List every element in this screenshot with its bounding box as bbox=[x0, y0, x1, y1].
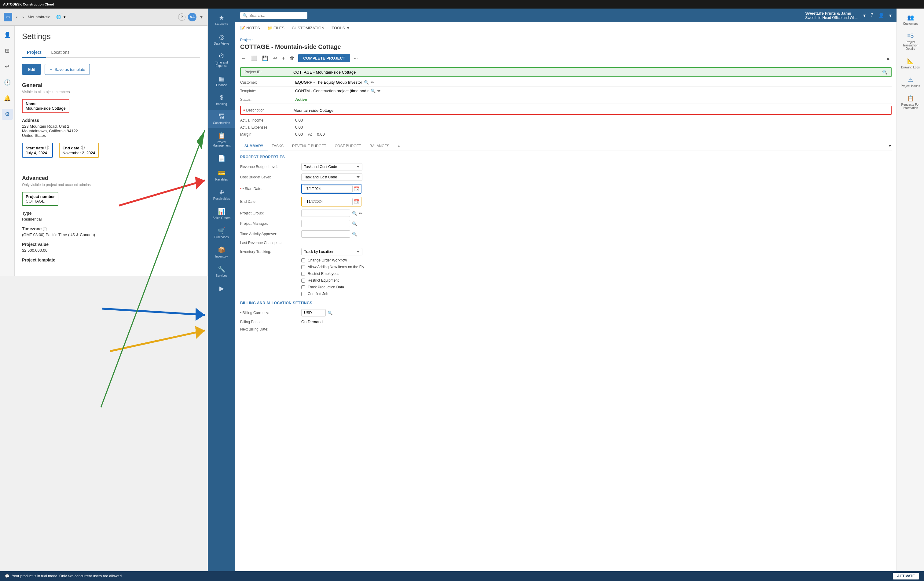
customization-nav[interactable]: CUSTOMIZATION bbox=[292, 26, 324, 30]
start-date-input[interactable] bbox=[304, 185, 353, 193]
construction-nav-item[interactable]: 🏗 Construction bbox=[208, 110, 235, 128]
tab-summary[interactable]: SUMMARY bbox=[240, 142, 268, 151]
search-box[interactable]: 🔍 bbox=[240, 12, 307, 19]
start-date-calendar-icon[interactable]: 📅 bbox=[354, 186, 359, 191]
project-issues-far-item[interactable]: ⚠ Project Issues bbox=[897, 73, 924, 91]
sidebar-bell-icon[interactable]: 🔔 bbox=[2, 93, 13, 104]
add-toolbar-btn[interactable]: + bbox=[281, 54, 286, 62]
customers-far-item[interactable]: 👥 Customers bbox=[897, 11, 924, 28]
billing-currency-search-btn[interactable]: 🔍 bbox=[328, 311, 333, 315]
right-breadcrumb[interactable]: Projects bbox=[240, 38, 892, 42]
copy-toolbar-btn[interactable]: ⬜ bbox=[250, 54, 259, 62]
customer-search-btn[interactable]: 🔍 bbox=[364, 80, 369, 85]
right-top-bar: 🔍 SweetLife Fruits & Jams SweetLife Head… bbox=[235, 8, 896, 22]
scroll-up-btn[interactable]: ▲ bbox=[884, 54, 892, 62]
timezone-field: Timezone ⓘ (GMT-08:00) Pacific Time (US … bbox=[22, 226, 200, 237]
advanced-section: Advanced Only visible to project and acc… bbox=[22, 175, 200, 262]
complete-project-btn[interactable]: COMPLETE PROJECT bbox=[298, 54, 350, 62]
project-group-input[interactable] bbox=[301, 209, 350, 217]
project-manager-input[interactable] bbox=[301, 220, 350, 227]
sales-orders-nav-item[interactable]: 📊 Sales Orders bbox=[208, 205, 235, 223]
drawing-logs-far-item[interactable]: 📐 Drawing Logs bbox=[897, 55, 924, 72]
inventory-nav-item[interactable]: 📦 Inventory bbox=[208, 243, 235, 261]
time-activity-search-btn[interactable]: 🔍 bbox=[352, 232, 357, 237]
project-group-search-btn[interactable]: 🔍 bbox=[352, 211, 357, 216]
sidebar-gear-icon[interactable]: ⚙ bbox=[2, 109, 13, 120]
forward-nav-button[interactable]: › bbox=[21, 13, 25, 21]
tab-locations[interactable]: Locations bbox=[46, 47, 74, 58]
time-activity-input[interactable] bbox=[301, 230, 350, 238]
receivables-icon: ⊕ bbox=[219, 188, 224, 196]
avatar-dropdown-button[interactable]: ▾ bbox=[199, 13, 204, 21]
purchases-nav-item[interactable]: 🛒 Purchases bbox=[208, 224, 235, 242]
template-edit-btn[interactable]: ✏ bbox=[377, 89, 381, 93]
right-page-title: COTTAGE - Mountain-side Cottage bbox=[240, 43, 892, 50]
tab-cost-budget[interactable]: COST BUDGET bbox=[330, 142, 365, 151]
end-date-calendar-icon[interactable]: 📅 bbox=[354, 199, 359, 204]
end-date-input[interactable] bbox=[304, 198, 353, 205]
tab-revenue-budget[interactable]: REVENUE BUDGET bbox=[288, 142, 330, 151]
expand-tabs-btn[interactable]: » bbox=[889, 142, 892, 151]
project-mgmt-nav-item[interactable]: 📋 Project Management bbox=[208, 129, 235, 150]
banking-nav-item[interactable]: $ Banking bbox=[208, 91, 235, 109]
customer-edit-btn[interactable]: ✏ bbox=[371, 80, 374, 85]
sidebar-undo-icon[interactable]: ↩ bbox=[2, 61, 13, 72]
dropdown-company-btn[interactable]: ▾ bbox=[863, 13, 866, 18]
time-expense-nav-item[interactable]: ⏱ Time and Expense bbox=[208, 49, 235, 71]
data-views-nav-item[interactable]: ◎ Data Views bbox=[208, 30, 235, 48]
back-toolbar-btn[interactable]: ← bbox=[240, 54, 248, 62]
user-top-btn[interactable]: 👤 bbox=[878, 13, 884, 18]
payables-nav-item[interactable]: 💳 Payables bbox=[208, 166, 235, 184]
more-toolbar-btn[interactable]: ··· bbox=[353, 54, 359, 62]
svg-line-5 bbox=[102, 308, 205, 314]
cost-budget-select[interactable]: Task and Cost Code bbox=[301, 173, 362, 181]
restrict-employees-checkbox[interactable] bbox=[301, 272, 305, 276]
undo-toolbar-btn[interactable]: ↩ bbox=[272, 54, 278, 62]
help-top-btn[interactable]: ? bbox=[871, 13, 873, 18]
change-order-checkbox[interactable] bbox=[301, 258, 305, 262]
back-nav-button[interactable]: ‹ bbox=[15, 13, 19, 21]
doc-nav-item[interactable]: 📄 bbox=[208, 151, 235, 165]
save-toolbar-btn[interactable]: 💾 bbox=[261, 54, 269, 62]
expand-nav-item[interactable]: ▶ bbox=[208, 281, 235, 295]
receivables-nav-item[interactable]: ⊕ Receivables bbox=[208, 185, 235, 203]
inventory-tracking-select[interactable]: Track by Location bbox=[301, 248, 362, 255]
requests-far-item[interactable]: 📋 Requests For Information bbox=[897, 92, 924, 113]
edit-button[interactable]: Edit bbox=[22, 64, 41, 75]
tab-tasks[interactable]: TASKS bbox=[268, 142, 288, 151]
favorites-label: Favorites bbox=[215, 23, 228, 26]
favorites-nav-item[interactable]: ★ Favorites bbox=[208, 11, 235, 29]
restrict-equipment-checkbox[interactable] bbox=[301, 278, 305, 283]
project-value-field: Project value $2,500,000.00 bbox=[22, 242, 200, 253]
activate-button[interactable]: ACTIVATE bbox=[893, 573, 919, 579]
project-manager-search-btn[interactable]: 🔍 bbox=[352, 221, 357, 226]
tab-project[interactable]: Project bbox=[22, 47, 46, 58]
finance-nav-item[interactable]: ▦ Finance bbox=[208, 72, 235, 90]
sidebar-history-icon[interactable]: 🕐 bbox=[2, 77, 13, 88]
search-input[interactable] bbox=[249, 13, 305, 18]
services-nav-item[interactable]: 🔧 Services bbox=[208, 262, 235, 280]
tab-balances[interactable]: BALANCES bbox=[365, 142, 394, 151]
user-dropdown-btn[interactable]: ▾ bbox=[889, 13, 892, 18]
gear-button[interactable]: ⚙ bbox=[4, 13, 12, 21]
revenue-budget-select[interactable]: Task and Cost Code bbox=[301, 163, 362, 170]
track-production-checkbox[interactable] bbox=[301, 285, 305, 289]
billing-currency-input[interactable] bbox=[301, 309, 326, 316]
cost-budget-value: Task and Cost Code bbox=[301, 173, 892, 181]
sidebar-people-icon[interactable]: 👤 bbox=[2, 29, 13, 40]
save-template-button[interactable]: ＋ Save as template bbox=[45, 64, 89, 75]
add-items-checkbox[interactable] bbox=[301, 265, 305, 269]
files-nav[interactable]: 📁 FILES bbox=[267, 26, 284, 30]
sidebar-grid-icon[interactable]: ⊞ bbox=[2, 45, 13, 56]
delete-toolbar-btn[interactable]: 🗑 bbox=[289, 54, 296, 62]
notes-nav[interactable]: 📝 NOTES bbox=[240, 26, 260, 30]
tab-more[interactable]: » bbox=[394, 142, 404, 151]
project-group-edit-btn[interactable]: ✏ bbox=[359, 211, 362, 216]
project-id-search-btn[interactable]: 🔍 bbox=[882, 70, 887, 74]
project-transaction-far-item[interactable]: ≡$ Project Transaction Details bbox=[897, 30, 924, 53]
project-value-value: $2,500,000.00 bbox=[22, 248, 200, 253]
tools-nav[interactable]: TOOLS ▼ bbox=[332, 26, 350, 30]
help-button[interactable]: ? bbox=[178, 13, 185, 21]
certified-job-checkbox[interactable] bbox=[301, 292, 305, 296]
template-search-btn[interactable]: 🔍 bbox=[371, 89, 376, 93]
